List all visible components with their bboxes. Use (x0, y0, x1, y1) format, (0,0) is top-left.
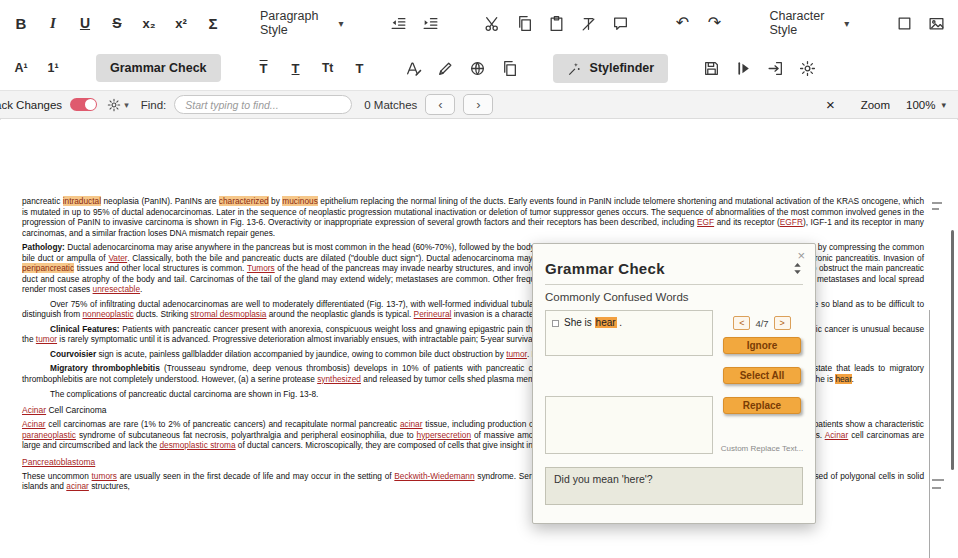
square-icon (896, 15, 913, 32)
comment-button[interactable] (609, 10, 631, 36)
superscript-button[interactable]: x² (170, 10, 192, 36)
pages-icon (501, 60, 518, 77)
stylefinder-button[interactable]: Stylefinder (553, 54, 669, 83)
sentence-suffix: . (617, 317, 623, 328)
dialog-title: Grammar Check (545, 260, 665, 277)
sentence-flagged-word: hear (595, 317, 617, 328)
match-count: 0 Matches (364, 99, 417, 111)
export-button[interactable] (764, 55, 786, 81)
step-button[interactable] (732, 55, 754, 81)
clipped-text-fragment (932, 202, 942, 204)
close-icon[interactable]: × (826, 96, 835, 113)
paragraph-style-label: Paragraph Style (260, 9, 318, 37)
scissors-icon (484, 15, 501, 32)
custom-replace-input[interactable] (545, 396, 713, 454)
footnote-button[interactable]: A¹ (10, 55, 32, 81)
close-icon[interactable]: × (797, 248, 805, 263)
image-icon (928, 15, 945, 32)
subscript-button[interactable]: x₂ (138, 10, 160, 36)
custom-replace-link[interactable]: Custom Replace Text... (721, 444, 804, 453)
bold-button[interactable]: B (10, 10, 32, 36)
strikethrough-button[interactable]: S (106, 10, 128, 36)
find-label: Find: (141, 99, 167, 111)
find-bar: ack Changes ▾ Find: 0 Matches ‹ › × Zoom… (0, 90, 958, 119)
export-icon (767, 60, 784, 77)
zoom-label: Zoom (861, 99, 890, 111)
redo-button[interactable]: ↷ (703, 10, 725, 36)
document-paragraph: pancreatic intraductal neoplasia (PanIN)… (22, 196, 924, 238)
insert-symbol-button[interactable]: Σ (202, 10, 224, 36)
clipboard-icon (548, 15, 565, 32)
indent-decrease-icon (390, 15, 407, 32)
find-options-button[interactable]: ▾ (107, 98, 129, 112)
save-icon (703, 60, 720, 77)
duplicate-button[interactable] (499, 55, 521, 81)
border-button[interactable] (893, 10, 915, 36)
zoom-dropdown[interactable]: 100% ▾ (906, 99, 946, 111)
highlighter-button[interactable] (435, 55, 457, 81)
underline-button[interactable]: U (74, 10, 96, 36)
indent-increase-button[interactable] (419, 10, 441, 36)
replace-button[interactable]: Replace (723, 397, 801, 414)
clipped-text-fragment (932, 479, 944, 481)
suggestion-position: 4/7 (755, 318, 768, 329)
clear-formatting-button[interactable] (577, 10, 599, 36)
suggestion-text: Did you mean 'here'? (554, 473, 653, 485)
highlighter-icon (437, 60, 454, 77)
chevron-down-icon: ▾ (844, 18, 849, 29)
find-next-button[interactable]: › (463, 94, 493, 115)
app-window: B I U S x₂ x² Σ Paragraph Style ▾ (0, 0, 958, 558)
character-style-dropdown[interactable]: Character Style ▾ (765, 9, 853, 37)
suggestion-box: Did you mean 'here'? (545, 467, 803, 505)
stylefinder-wand-icon (567, 61, 582, 76)
insert-image-button[interactable] (925, 10, 947, 36)
sentence-checkbox[interactable] (552, 320, 559, 327)
chevron-down-icon: ▾ (124, 100, 129, 110)
uppercase-button[interactable]: T (253, 55, 275, 81)
smallcaps-button[interactable]: Tt (317, 55, 339, 81)
indent-increase-icon (422, 15, 439, 32)
next-suggestion-button[interactable]: > (774, 316, 791, 330)
copy-button[interactable] (513, 10, 535, 36)
save-button[interactable] (700, 55, 722, 81)
sentence-preview-box[interactable]: She is hear . (545, 310, 713, 356)
italic-button[interactable]: I (42, 10, 64, 36)
prev-suggestion-button[interactable]: < (733, 316, 750, 330)
select-all-button[interactable]: Select All (723, 367, 801, 384)
divider (545, 284, 803, 285)
settings-button[interactable] (796, 55, 818, 81)
chevron-down-icon: ▾ (941, 100, 946, 110)
globe-icon (469, 60, 486, 77)
gear-icon (799, 60, 816, 77)
grammar-check-label: Grammar Check (110, 61, 207, 75)
find-input[interactable] (174, 95, 352, 114)
language-button[interactable] (467, 55, 489, 81)
clipped-text-fragment (932, 487, 941, 489)
paragraph-style-dropdown[interactable]: Paragraph Style ▾ (256, 9, 347, 37)
ignore-button[interactable]: Ignore (723, 337, 801, 354)
font-color-icon (405, 60, 422, 77)
dialog-section-label: Commonly Confused Words (545, 291, 803, 303)
lowercase-button[interactable]: T (285, 55, 307, 81)
gear-icon (107, 98, 121, 112)
find-previous-button[interactable]: ‹ (425, 94, 455, 115)
proofing-toolbar: A¹ 1¹ Grammar Check T T Tt T Stylefinder (0, 46, 958, 90)
clipped-text-fragment (932, 208, 939, 210)
grammar-check-button[interactable]: Grammar Check (96, 54, 221, 82)
grammar-check-dialog: × Grammar Check Commonly Confused Words … (532, 243, 816, 524)
sort-updown-icon[interactable] (792, 261, 803, 276)
undo-button[interactable]: ↶ (671, 10, 693, 36)
scrollbar-thumb[interactable] (951, 230, 954, 470)
indent-decrease-button[interactable] (387, 10, 409, 36)
page-edge-line (929, 310, 930, 558)
comment-icon (612, 15, 629, 32)
stylefinder-label: Stylefinder (590, 61, 655, 75)
character-style-label: Character Style (769, 9, 824, 37)
endnote-button[interactable]: 1¹ (42, 55, 64, 81)
chevron-down-icon: ▾ (338, 18, 343, 29)
cut-button[interactable] (481, 10, 503, 36)
track-changes-toggle[interactable] (70, 98, 97, 111)
paste-button[interactable] (545, 10, 567, 36)
normal-case-button[interactable]: T (349, 55, 371, 81)
font-color-button[interactable] (403, 55, 425, 81)
